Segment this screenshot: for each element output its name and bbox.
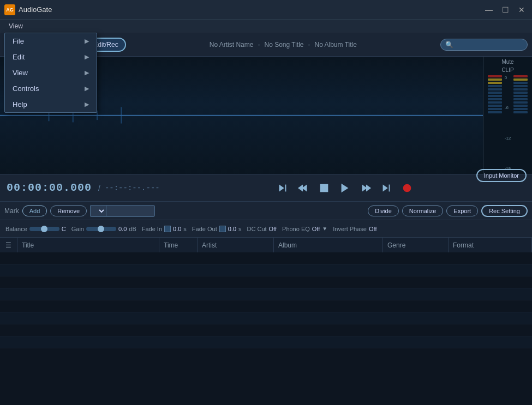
vu-seg bbox=[513, 105, 528, 107]
minimize-button[interactable]: — bbox=[483, 4, 495, 16]
phono-eq-arrow[interactable]: ▼ bbox=[322, 226, 327, 232]
mark-type-select[interactable] bbox=[90, 205, 106, 217]
vu-right-channel bbox=[513, 75, 528, 171]
playlist-menu-button[interactable]: ☰ bbox=[0, 238, 17, 253]
search-box[interactable]: 🔍 ▼ bbox=[440, 39, 528, 51]
export-button[interactable]: Export bbox=[446, 205, 478, 216]
stop-button[interactable] bbox=[315, 180, 333, 196]
playlist-row[interactable] bbox=[0, 300, 532, 312]
title-bar: AG AudioGate — ☐ ✕ bbox=[0, 0, 532, 20]
step-forward-icon bbox=[380, 182, 392, 194]
svg-point-15 bbox=[403, 184, 411, 192]
vu-seg bbox=[488, 75, 502, 77]
vu-seg bbox=[513, 95, 528, 97]
rewind-icon bbox=[297, 182, 309, 194]
playlist-row[interactable] bbox=[0, 336, 532, 348]
fast-forward-icon bbox=[360, 182, 372, 194]
balance-slider[interactable] bbox=[29, 227, 59, 231]
mark-text-input[interactable] bbox=[106, 205, 155, 217]
divide-button[interactable]: Divide bbox=[368, 205, 399, 216]
controls-arrow-icon: ▶ bbox=[85, 85, 89, 92]
vu-seg bbox=[488, 82, 502, 84]
params-bar: Balance C Gain 0.0 dB Fade In 0.0 s Fade… bbox=[0, 220, 532, 237]
search-input[interactable] bbox=[456, 41, 532, 49]
col-header-artist: Artist bbox=[198, 238, 274, 252]
separator-1: - bbox=[258, 41, 260, 49]
rec-setting-button[interactable]: Rec Setting bbox=[481, 205, 528, 217]
remove-mark-button[interactable]: Remove bbox=[50, 205, 87, 216]
col-header-genre: Genre bbox=[383, 238, 449, 252]
menu-view[interactable]: View bbox=[4, 22, 27, 30]
fade-in-checkbox[interactable] bbox=[164, 226, 171, 232]
app-icon-label: AG bbox=[6, 7, 14, 13]
vu-scale: 0 -6 -12 -24 bbox=[504, 75, 512, 171]
vu-left-channel bbox=[488, 75, 502, 171]
normalize-button[interactable]: Normalize bbox=[402, 205, 444, 216]
gain-unit: dB bbox=[129, 226, 136, 232]
invert-phase-group: Invert Phase Off bbox=[333, 226, 376, 232]
fade-out-group: Fade Out 0.0 s bbox=[192, 226, 242, 232]
track-info: No Artist Name - No Song Title - No Albu… bbox=[210, 41, 357, 49]
svg-rect-14 bbox=[388, 184, 390, 191]
vu-seg bbox=[488, 78, 502, 81]
menu-item-edit[interactable]: Edit ▶ bbox=[5, 49, 97, 65]
playlist-row[interactable] bbox=[0, 276, 532, 288]
fade-out-value: 0.0 bbox=[228, 226, 236, 232]
fade-in-unit: s bbox=[183, 226, 187, 232]
playlist-row[interactable] bbox=[0, 252, 532, 264]
step-forward-button[interactable] bbox=[377, 180, 396, 196]
album-title: No Album Title bbox=[315, 41, 357, 49]
playlist-row[interactable] bbox=[0, 312, 532, 324]
vu-seg bbox=[513, 85, 528, 87]
marks-bar: Mark Add Remove Divide Normalize Export … bbox=[0, 201, 532, 220]
skip-to-end-icon bbox=[277, 182, 289, 194]
playlist-content[interactable] bbox=[0, 252, 532, 405]
rewind-button[interactable] bbox=[294, 180, 313, 196]
hamburger-icon: ☰ bbox=[5, 241, 11, 249]
menu-bar: View bbox=[0, 20, 532, 33]
time-display: 00:00:00.000 bbox=[7, 182, 94, 194]
stop-icon bbox=[318, 182, 330, 194]
balance-group: Balance C bbox=[5, 226, 66, 232]
vu-seg bbox=[488, 92, 502, 94]
close-button[interactable]: ✕ bbox=[516, 4, 528, 16]
view-arrow-icon: ▶ bbox=[85, 69, 89, 76]
menu-item-file[interactable]: File ▶ bbox=[5, 33, 97, 49]
transport-bar: 00:00:00.000 / --:--:--.--- bbox=[0, 174, 532, 201]
playlist-row[interactable] bbox=[0, 288, 532, 300]
invert-phase-value: Off bbox=[369, 226, 376, 232]
skip-to-end-button[interactable] bbox=[273, 180, 292, 196]
playlist-row[interactable] bbox=[0, 324, 532, 336]
dropdown-menu: File ▶ Edit ▶ View ▶ Controls ▶ Help ▶ bbox=[4, 33, 97, 113]
vu-seg bbox=[513, 88, 528, 90]
add-mark-button[interactable]: Add bbox=[22, 205, 47, 216]
app-title: AudioGate bbox=[19, 5, 483, 14]
dc-cut-group: DC Cut Off bbox=[247, 226, 277, 232]
fade-out-checkbox[interactable] bbox=[219, 226, 226, 232]
vu-seg bbox=[513, 98, 528, 100]
gain-thumb bbox=[98, 226, 104, 232]
balance-value: C bbox=[62, 226, 66, 232]
fade-in-group: Fade In 0.0 s bbox=[142, 226, 187, 232]
input-monitor-button[interactable]: Input Monitor bbox=[476, 169, 527, 182]
svg-marker-5 bbox=[279, 184, 284, 191]
col-header-title: Title bbox=[17, 238, 159, 252]
playlist-row[interactable] bbox=[0, 264, 532, 276]
gain-slider[interactable] bbox=[86, 227, 116, 231]
vu-seg bbox=[488, 95, 502, 97]
balance-label: Balance bbox=[5, 226, 27, 232]
play-button[interactable] bbox=[336, 180, 354, 196]
phono-eq-value: Off bbox=[312, 226, 320, 232]
menu-item-view[interactable]: View ▶ bbox=[5, 65, 97, 81]
record-button[interactable] bbox=[398, 180, 416, 196]
maximize-button[interactable]: ☐ bbox=[499, 4, 511, 16]
menu-item-controls[interactable]: Controls ▶ bbox=[5, 81, 97, 96]
svg-marker-12 bbox=[366, 184, 371, 191]
fast-forward-button[interactable] bbox=[356, 180, 375, 196]
menu-item-help[interactable]: Help ▶ bbox=[5, 96, 97, 112]
phono-eq-group: Phono EQ Off ▼ bbox=[282, 226, 327, 232]
gain-label: Gain bbox=[71, 226, 84, 232]
vu-seg bbox=[513, 108, 528, 110]
artist-name: No Artist Name bbox=[210, 41, 254, 49]
dc-cut-label: DC Cut bbox=[247, 226, 267, 232]
